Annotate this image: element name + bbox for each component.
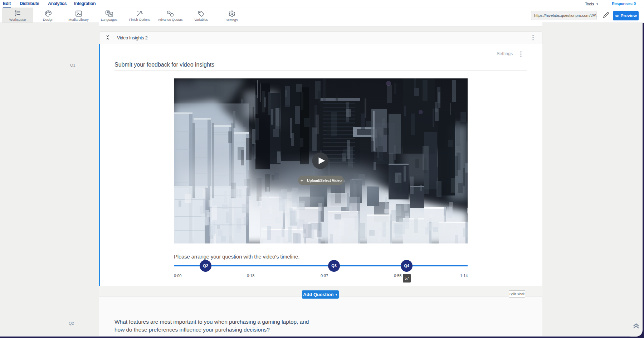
- svg-text:+: +: [301, 178, 303, 183]
- svg-text:Upload/Select Video: Upload/Select Video: [307, 179, 342, 183]
